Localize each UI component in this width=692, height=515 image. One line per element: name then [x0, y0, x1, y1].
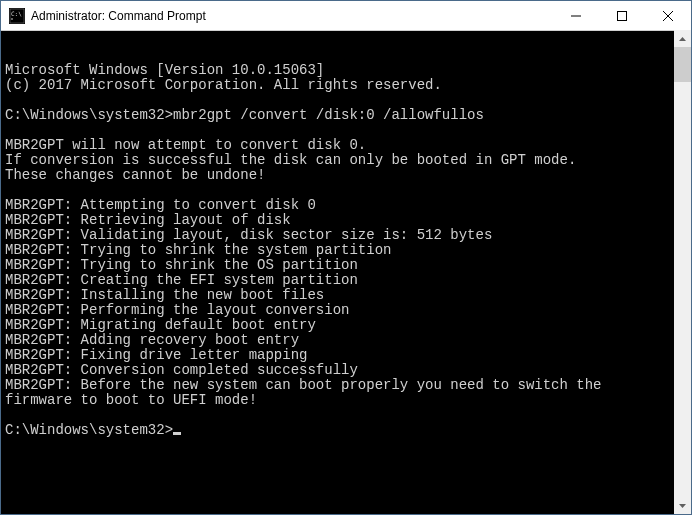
- titlebar[interactable]: C:\ Administrator: Command Prompt: [1, 1, 691, 31]
- terminal-line: MBR2GPT: Adding recovery boot entry: [5, 333, 670, 348]
- scrollbar-thumb[interactable]: [674, 47, 691, 82]
- scroll-up-button[interactable]: [674, 30, 691, 47]
- terminal-line: MBR2GPT: Retrieving layout of disk: [5, 213, 670, 228]
- terminal-line: [5, 183, 670, 198]
- vertical-scrollbar[interactable]: [674, 30, 691, 514]
- terminal-line: MBR2GPT: Fixing drive letter mapping: [5, 348, 670, 363]
- chevron-up-icon: [679, 37, 686, 41]
- terminal-line: MBR2GPT: Creating the EFI system partiti…: [5, 273, 670, 288]
- terminal-line: MBR2GPT: Installing the new boot files: [5, 288, 670, 303]
- terminal-line: MBR2GPT will now attempt to convert disk…: [5, 138, 670, 153]
- terminal-line: MBR2GPT: Conversion completed successful…: [5, 363, 670, 378]
- terminal-line: [5, 93, 670, 108]
- prompt-text: C:\Windows\system32>: [5, 422, 173, 438]
- terminal-output[interactable]: Microsoft Windows [Version 10.0.15063](c…: [1, 31, 674, 514]
- terminal-line: MBR2GPT: Trying to shrink the OS partiti…: [5, 258, 670, 273]
- scrollbar-track[interactable]: [674, 47, 691, 497]
- terminal-line: Microsoft Windows [Version 10.0.15063]: [5, 63, 670, 78]
- maximize-icon: [617, 11, 627, 21]
- terminal-line: C:\Windows\system32>mbr2gpt /convert /di…: [5, 108, 670, 123]
- maximize-button[interactable]: [599, 1, 645, 30]
- terminal-line: [5, 123, 670, 138]
- minimize-button[interactable]: [553, 1, 599, 30]
- terminal-line: MBR2GPT: Migrating default boot entry: [5, 318, 670, 333]
- terminal-line: If conversion is successful the disk can…: [5, 153, 670, 168]
- terminal-line: MBR2GPT: Trying to shrink the system par…: [5, 243, 670, 258]
- close-icon: [663, 11, 673, 21]
- terminal-prompt[interactable]: C:\Windows\system32>: [5, 423, 670, 438]
- command-prompt-window: C:\ Administrator: Command Prompt Micros…: [0, 0, 692, 515]
- terminal-line: MBR2GPT: Performing the layout conversio…: [5, 303, 670, 318]
- window-title: Administrator: Command Prompt: [31, 9, 553, 23]
- terminal-line: MBR2GPT: Validating layout, disk sector …: [5, 228, 670, 243]
- terminal-line: MBR2GPT: Before the new system can boot …: [5, 378, 670, 408]
- terminal-line: [5, 408, 670, 423]
- scroll-down-button[interactable]: [674, 497, 691, 514]
- terminal-line: (c) 2017 Microsoft Corporation. All righ…: [5, 78, 670, 93]
- cmd-icon: C:\: [9, 8, 25, 24]
- close-button[interactable]: [645, 1, 691, 30]
- minimize-icon: [571, 11, 581, 21]
- window-controls: [553, 1, 691, 30]
- chevron-down-icon: [679, 504, 686, 508]
- svg-text:C:\: C:\: [11, 10, 22, 17]
- svg-rect-3: [618, 11, 627, 20]
- cursor: [173, 432, 181, 435]
- terminal-line: MBR2GPT: Attempting to convert disk 0: [5, 198, 670, 213]
- terminal-line: These changes cannot be undone!: [5, 168, 670, 183]
